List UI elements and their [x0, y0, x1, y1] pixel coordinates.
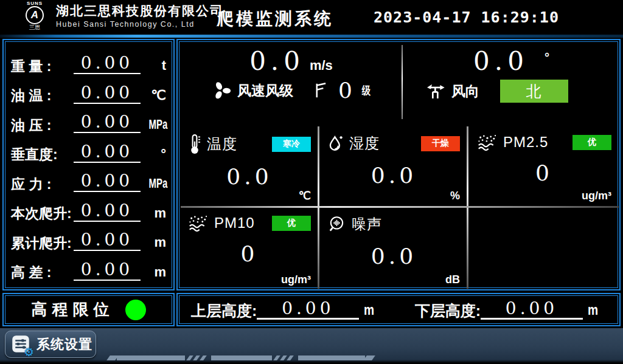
env-unit: ug/m³: [281, 273, 311, 286]
company-logo: SUNS A 三思: [16, 1, 54, 30]
header: SUNS A 三思 湖北三思科技股份有限公司 Hubei Sansi Techn…: [0, 0, 623, 35]
noise-icon: [328, 215, 346, 233]
metric-unit: m: [141, 236, 166, 251]
env-cell-noise: 噪声 0.0 dB: [319, 206, 468, 290]
upper-height-unit: m: [364, 301, 374, 320]
metric-unit: m: [141, 266, 166, 281]
env-label: 温度: [207, 134, 237, 154]
elevation-limit-box: 高程限位: [2, 293, 175, 326]
upper-height-value: 0.00: [257, 300, 359, 320]
metric-value: 0.00: [74, 143, 141, 163]
metric-unit: ℃: [141, 89, 166, 104]
lower-height-group: 下层高度: 0.00 m: [415, 300, 601, 320]
metric-label: 重 量 :: [11, 59, 74, 74]
env-label: PM2.5: [503, 134, 548, 151]
metrics-panel: 重 量 : 0.00 t 油 温 : 0.00 ℃ 油 压 : 0.00 MPa…: [2, 39, 175, 290]
wind-direction-block: 0.0 ° 风向 北: [403, 42, 620, 125]
wind-level-value: 0: [338, 80, 352, 101]
water-drop-icon: [328, 134, 344, 153]
lower-height-value: 0.00: [481, 300, 583, 320]
wind-speed-label: 风速风级: [237, 81, 293, 100]
metric-label: 油 压 :: [11, 118, 74, 133]
env-cell-temperature: 温度 寒冷 0.0 ℃: [179, 125, 319, 206]
logo-letter: A: [31, 9, 38, 21]
fan-icon: [211, 80, 232, 101]
metric-row-oil-pressure: 油 压 : 0.00 MPa: [11, 106, 166, 133]
sliders-gear-icon: ⚙: [12, 335, 31, 354]
metric-value: 0.00: [74, 202, 141, 222]
metric-label: 垂直度:: [11, 147, 74, 162]
env-unit: dB: [445, 273, 460, 286]
status-badge-good: 优: [272, 216, 311, 231]
wind-level-flag-icon: [312, 81, 330, 100]
logo-sansi-text: 三思: [16, 24, 54, 30]
wind-direction-label: 风向: [451, 82, 479, 101]
system-settings-button[interactable]: ⚙ 系统设置: [5, 331, 96, 358]
env-unit: %: [450, 190, 460, 202]
env-value: 0: [179, 241, 319, 266]
metric-unit: MPa: [148, 177, 166, 192]
dust-icon: [477, 134, 498, 151]
env-cell-humidity: 湿度 干燥 0.0 %: [319, 125, 468, 206]
env-value: 0.0: [319, 244, 468, 269]
upper-height-group: 上层高度: 0.00 m: [191, 300, 377, 320]
upper-height-label: 上层高度:: [191, 303, 257, 320]
wind-level-unit: 级: [362, 83, 371, 98]
metric-row-stress: 应 力 : 0.00 MPa: [11, 165, 166, 192]
layer-heights-box: 上层高度: 0.00 m 下层高度: 0.00 m: [176, 293, 621, 326]
logo-suns-text: SUNS: [16, 1, 54, 6]
settings-button-label: 系统设置: [37, 335, 92, 354]
metric-label: 累计爬升:: [11, 236, 74, 251]
env-value: 0.0: [179, 164, 319, 189]
environment-grid: 温度 寒冷 0.0 ℃ 湿度 干燥: [179, 125, 620, 290]
status-badge-dry: 干燥: [421, 136, 460, 151]
lower-height-label: 下层高度:: [415, 303, 481, 320]
metric-label: 高 差 :: [11, 265, 74, 280]
metric-row-oil-temp: 油 温 : 0.00 ℃: [11, 77, 166, 104]
company-name-en: Hubei Sansi Technology Co., Ltd: [56, 19, 224, 30]
limit-status-indicator: [125, 300, 146, 320]
env-label: PM10: [214, 215, 255, 232]
logo-circle-icon: A: [26, 6, 44, 24]
env-value: 0: [468, 160, 620, 185]
wind-direction-value: 0.0: [473, 48, 529, 75]
metric-unit: MPa: [148, 118, 166, 133]
metric-row-current-climb: 本次爬升: 0.00 m: [11, 195, 166, 222]
metric-label: 本次爬升:: [11, 206, 74, 221]
lower-height-unit: m: [588, 301, 598, 320]
wind-section: 0.0 m/s 风速风级: [179, 42, 620, 125]
status-badge-cold: 寒冷: [272, 137, 311, 152]
wind-speed-value: 0.0: [249, 48, 305, 75]
wind-speed-block: 0.0 m/s 风速风级: [179, 42, 403, 125]
metric-unit: t: [141, 59, 166, 74]
wind-speed-unit: m/s: [310, 58, 333, 74]
env-unit: ug/m³: [582, 190, 611, 202]
climbing-formwork-monitor-screen: SUNS A 三思 湖北三思科技股份有限公司 Hubei Sansi Techn…: [0, 0, 623, 364]
taskbar: ⚙ 系统设置: [0, 328, 623, 364]
metric-label: 应 力 :: [11, 177, 74, 192]
metric-value: 0.00: [74, 55, 141, 74]
wind-direction-unit: °: [545, 50, 549, 64]
metric-row-total-climb: 累计爬升: 0.00 m: [11, 224, 166, 251]
env-cell-pm10: PM10 优 0 ug/m³: [179, 206, 319, 290]
env-label: 湿度: [349, 134, 380, 153]
metric-row-verticality: 垂直度: 0.00 °: [11, 136, 166, 163]
env-cell-empty: [468, 206, 620, 290]
datetime-display: 2023-04-17 16:29:10: [374, 9, 559, 26]
wind-direction-badge: 北: [500, 80, 568, 103]
header-divider: [0, 35, 623, 38]
env-unit: ℃: [299, 189, 311, 202]
taskbar-decorative-line: [108, 355, 374, 360]
company-name-cn: 湖北三思科技股份有限公司: [56, 3, 224, 19]
gear-icon: ⚙: [24, 346, 34, 358]
elevation-limit-label: 高程限位: [32, 299, 114, 320]
metric-value: 0.00: [74, 232, 141, 251]
page-title: 爬模监测系统: [217, 7, 333, 30]
metric-unit: °: [141, 148, 166, 163]
metric-value: 0.00: [74, 173, 141, 192]
env-cell-pm25: PM2.5 优 0 ug/m³: [468, 125, 620, 206]
wind-vane-icon: [425, 81, 447, 101]
metric-row-height-diff: 高 差 : 0.00 m: [11, 254, 166, 281]
metric-value: 0.00: [74, 261, 141, 281]
wind-section-divider: [402, 45, 403, 119]
